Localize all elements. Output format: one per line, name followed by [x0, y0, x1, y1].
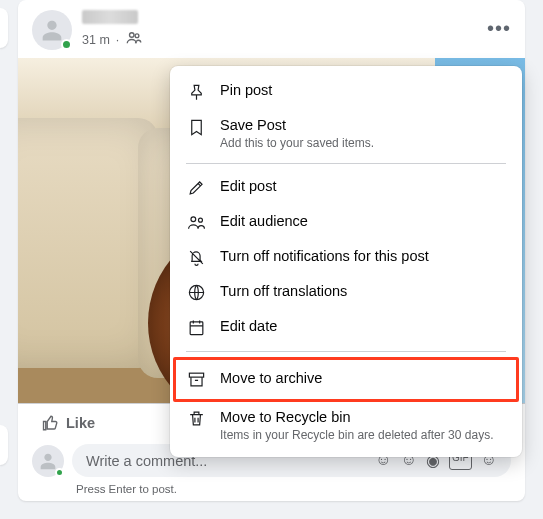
post-options-menu: Pin post Save Post Add this to your save…: [170, 66, 522, 457]
menu-save-post[interactable]: Save Post Add this to your saved items.: [170, 109, 522, 157]
audience-icon: [186, 213, 206, 233]
comment-hint: Press Enter to post.: [18, 481, 525, 501]
menu-edit-post[interactable]: Edit post: [170, 170, 522, 205]
archive-icon: [186, 370, 206, 390]
menu-edit-audience[interactable]: Edit audience: [170, 205, 522, 240]
menu-edit-date[interactable]: Edit date: [170, 310, 522, 345]
bookmark-icon: [186, 117, 206, 137]
svg-point-3: [198, 218, 202, 222]
menu-divider: [186, 163, 506, 164]
online-indicator: [61, 39, 72, 50]
prev-card-stub: [0, 8, 8, 48]
friends-icon[interactable]: [125, 29, 143, 50]
menu-turn-off-notifications[interactable]: Turn off notifications for this post: [170, 240, 522, 275]
avatar[interactable]: [32, 10, 72, 50]
author-name[interactable]: [82, 10, 138, 24]
post-subline: 31 m ·: [82, 29, 143, 50]
my-avatar[interactable]: [32, 445, 64, 477]
prev-card-stub-2: [0, 425, 8, 465]
svg-rect-6: [189, 374, 203, 378]
online-indicator: [55, 468, 64, 477]
like-button[interactable]: Like: [32, 408, 105, 438]
like-label: Like: [66, 415, 95, 431]
svg-rect-5: [190, 322, 203, 335]
menu-pin-post[interactable]: Pin post: [170, 74, 522, 109]
globe-icon: [186, 283, 206, 303]
post-options-button[interactable]: •••: [483, 12, 515, 44]
menu-turn-off-translations[interactable]: Turn off translations: [170, 275, 522, 310]
bell-off-icon: [186, 248, 206, 268]
calendar-icon: [186, 318, 206, 338]
menu-move-to-recycle-bin[interactable]: Move to Recycle bin Items in your Recycl…: [170, 401, 522, 449]
svg-point-0: [130, 33, 135, 38]
svg-point-1: [135, 34, 139, 38]
post-timestamp[interactable]: 31 m: [82, 33, 110, 47]
pencil-icon: [186, 178, 206, 198]
post-header: 31 m · •••: [18, 10, 525, 58]
menu-divider: [186, 351, 506, 352]
menu-move-to-archive[interactable]: Move to archive: [170, 358, 522, 401]
svg-point-2: [190, 217, 195, 222]
trash-icon: [186, 409, 206, 429]
pin-icon: [186, 82, 206, 102]
